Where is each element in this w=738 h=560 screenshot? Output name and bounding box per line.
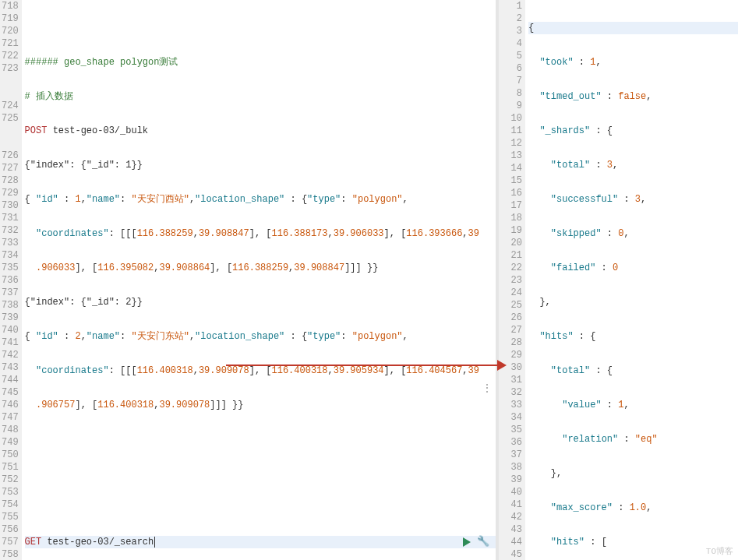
annotation-arrow	[226, 365, 499, 366]
right-gutter: 1 2 3 4 5 6 7 8 9 10 11 12 13 14 15 16 1…	[499, 0, 525, 560]
ellipsis-icon[interactable]: ⋮	[482, 385, 493, 393]
comment: # 插入数据	[25, 91, 73, 102]
watermark: TO博客	[706, 545, 733, 557]
wrench-icon[interactable]: 🔧	[477, 536, 489, 548]
run-icon[interactable]	[463, 537, 471, 547]
comment: ###### geo_shape polygon测试	[25, 57, 178, 68]
http-verb: POST	[25, 125, 48, 136]
endpoint: test-geo-03/_bulk	[53, 125, 148, 136]
left-editor-pane: 718 719 720 721 722 723 724 725 726 727 …	[0, 0, 499, 560]
code-line: {"index": {"_id": 2}}	[25, 296, 496, 308]
left-gutter: 718 719 720 721 722 723 724 725 726 727 …	[0, 0, 22, 560]
code-line: {"index": {"_id": 1}}	[25, 159, 496, 171]
right-code-area[interactable]: { "took" : 1, "timed_out" : false, "_sha…	[525, 0, 738, 560]
right-result-pane: 1 2 3 4 5 6 7 8 9 10 11 12 13 14 15 16 1…	[499, 0, 738, 560]
left-code-area[interactable]: ###### geo_shape polygon测试 # 插入数据 POST t…	[22, 0, 496, 560]
active-request-line[interactable]: GET test-geo-03/_search 🔧	[25, 536, 496, 548]
